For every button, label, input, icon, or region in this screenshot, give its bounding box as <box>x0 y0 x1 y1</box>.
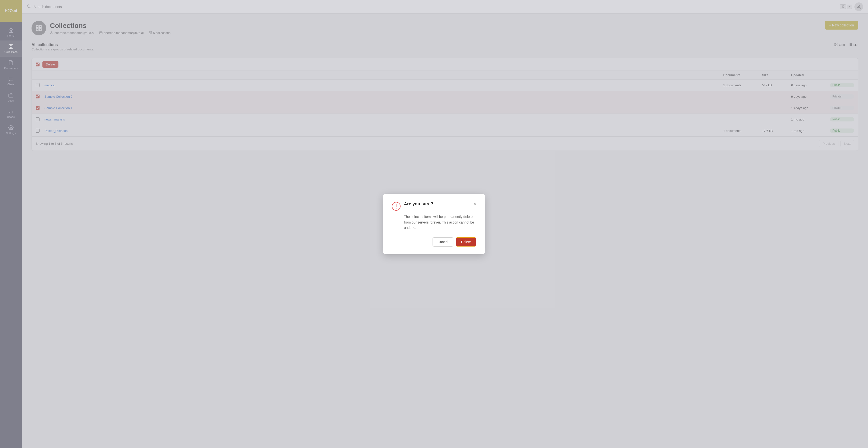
modal-body: The selected items will be permanently d… <box>392 214 476 230</box>
modal-overlay: Are you sure? × The selected items will … <box>22 0 868 448</box>
cancel-button[interactable]: Cancel <box>433 237 454 247</box>
modal-title: Are you sure? <box>404 201 470 206</box>
modal-delete-button[interactable]: Delete <box>456 237 476 247</box>
modal-header: Are you sure? × <box>392 201 476 211</box>
svg-point-32 <box>396 208 397 209</box>
modal-close-button[interactable]: × <box>473 201 476 206</box>
modal-actions: Cancel Delete <box>392 237 476 247</box>
confirm-delete-modal: Are you sure? × The selected items will … <box>383 194 485 254</box>
main-area: ⌘ K Collections sherene.mah <box>22 0 868 448</box>
warning-icon <box>392 202 401 211</box>
